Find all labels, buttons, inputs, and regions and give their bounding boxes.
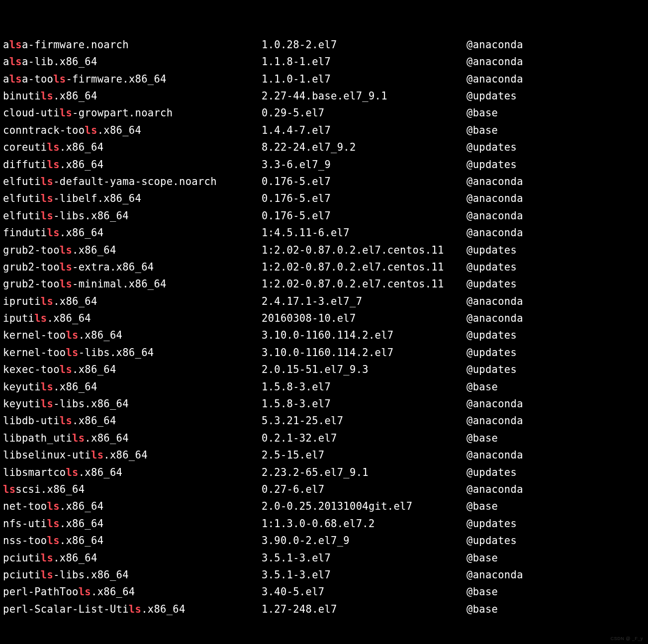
package-version: 2.27-44.base.el7_9.1: [262, 88, 466, 104]
package-version: 2.0.15-51.el7_9.3: [262, 361, 466, 378]
package-row: perl-PathTools.x86_643.40-5.el7@base: [3, 583, 645, 600]
package-version: 1:1.3.0-0.68.el7.2: [262, 515, 466, 532]
package-version: 3.5.1-3.el7: [262, 566, 466, 583]
package-name: alsa-lib.x86_64: [3, 53, 262, 70]
package-name: net-tools.x86_64: [3, 498, 262, 515]
package-name: keyutils.x86_64: [3, 378, 262, 395]
package-row: cloud-utils-growpart.noarch0.29-5.el7@ba…: [3, 104, 645, 121]
package-repo: @base: [466, 104, 645, 121]
grep-match: ls: [53, 73, 66, 85]
package-version: 1:2.02-0.87.0.2.el7.centos.11: [262, 276, 466, 292]
package-name: elfutils-libs.x86_64: [3, 207, 262, 224]
grep-match: ls: [47, 227, 60, 239]
package-name: perl-PathTools.x86_64: [3, 583, 262, 600]
package-repo: @updates: [466, 515, 645, 532]
package-version: 1.4.4-7.el7: [262, 122, 466, 139]
package-repo: @updates: [466, 139, 645, 156]
grep-match: ls: [60, 415, 72, 427]
package-row: grub2-tools.x86_641:2.02-0.87.0.2.el7.ce…: [3, 242, 645, 259]
package-row: iputils.x86_6420160308-10.el7@anaconda: [3, 310, 645, 327]
package-repo: @base: [466, 498, 645, 515]
grep-match: ls: [91, 449, 103, 461]
package-name: kexec-tools.x86_64: [3, 361, 262, 378]
package-repo: @anaconda: [466, 293, 645, 310]
package-row: grub2-tools-extra.x86_641:2.02-0.87.0.2.…: [3, 259, 645, 276]
package-name: libselinux-utils.x86_64: [3, 447, 262, 463]
package-repo: @updates: [466, 88, 645, 104]
package-version: 3.10.0-1160.114.2.el7: [262, 327, 466, 344]
package-version: 8.22-24.el7_9.2: [262, 139, 466, 156]
package-row: keyutils-libs.x86_641.5.8-3.el7@anaconda: [3, 395, 645, 412]
package-row: kernel-tools-libs.x86_643.10.0-1160.114.…: [3, 344, 645, 361]
package-row: kexec-tools.x86_642.0.15-51.el7_9.3@upda…: [3, 361, 645, 378]
package-name: conntrack-tools.x86_64: [3, 122, 262, 139]
package-repo: @updates: [466, 327, 645, 344]
package-repo: @anaconda: [466, 207, 645, 224]
package-name: coreutils.x86_64: [3, 139, 262, 156]
package-row: pciutils-libs.x86_643.5.1-3.el7@anaconda: [3, 566, 645, 583]
package-row: coreutils.x86_648.22-24.el7_9.2@updates: [3, 139, 645, 156]
package-repo: @updates: [466, 344, 645, 361]
grep-match: ls: [60, 244, 72, 256]
package-row: kernel-tools.x86_643.10.0-1160.114.2.el7…: [3, 327, 645, 344]
package-name: perl-Scalar-List-Utils.x86_64: [3, 601, 262, 618]
package-version: 3.90.0-2.el7_9: [262, 532, 466, 549]
package-name: nss-tools.x86_64: [3, 532, 262, 549]
package-repo: @anaconda: [466, 447, 645, 463]
package-name: keyutils-libs.x86_64: [3, 395, 262, 412]
package-repo: @anaconda: [466, 190, 645, 207]
package-repo: @base: [466, 430, 645, 447]
package-repo: @updates: [466, 242, 645, 259]
package-name: findutils.x86_64: [3, 224, 262, 241]
package-version: 2.5-15.el7: [262, 447, 466, 463]
package-row: libpath_utils.x86_640.2.1-32.el7@base: [3, 430, 645, 447]
package-row: alsa-firmware.noarch1.0.28-2.el7@anacond…: [3, 36, 645, 53]
grep-match: ls: [60, 107, 72, 119]
package-name: nfs-utils.x86_64: [3, 515, 262, 532]
package-version: 1.5.8-3.el7: [262, 395, 466, 412]
terminal-output[interactable]: alsa-firmware.noarch1.0.28-2.el7@anacond…: [0, 0, 648, 644]
package-row: diffutils.x86_643.3-6.el7_9@updates: [3, 156, 645, 173]
package-repo: @updates: [466, 464, 645, 481]
package-name: alsa-firmware.noarch: [3, 36, 262, 53]
package-repo: @anaconda: [466, 53, 645, 70]
grep-match: ls: [41, 398, 53, 410]
package-name: diffutils.x86_64: [3, 156, 262, 173]
grep-match: ls: [66, 466, 78, 478]
package-repo: @base: [466, 122, 645, 139]
grep-match: ls: [60, 364, 72, 375]
package-row: elfutils-libelf.x86_640.176-5.el7@anacon…: [3, 190, 645, 207]
package-version: 2.0-0.25.20131004git.el7: [262, 498, 466, 515]
package-version: 0.27-6.el7: [262, 481, 466, 498]
package-version: 3.10.0-1160.114.2.el7: [262, 344, 466, 361]
grep-match: ls: [41, 569, 53, 581]
package-row: net-tools.x86_642.0-0.25.20131004git.el7…: [3, 498, 645, 515]
package-name: grub2-tools.x86_64: [3, 242, 262, 259]
package-name: grub2-tools-extra.x86_64: [3, 259, 262, 276]
grep-match: ls: [34, 312, 47, 324]
package-row: iprutils.x86_642.4.17.1-3.el7_7@anaconda: [3, 293, 645, 310]
grep-match: ls: [41, 192, 53, 204]
grep-match: ls: [79, 586, 91, 598]
package-repo: @anaconda: [466, 310, 645, 327]
package-name: pciutils-libs.x86_64: [3, 566, 262, 583]
watermark-text: CSDN @ _F_y: [611, 636, 643, 641]
package-row: alsa-lib.x86_641.1.8-1.el7@anaconda: [3, 53, 645, 70]
package-version: 3.3-6.el7_9: [262, 156, 466, 173]
grep-match: ls: [60, 261, 72, 273]
package-row: libdb-utils.x86_645.3.21-25.el7@anaconda: [3, 412, 645, 429]
grep-match: ls: [47, 518, 60, 530]
package-version: 0.176-5.el7: [262, 173, 466, 190]
package-name: iprutils.x86_64: [3, 293, 262, 310]
package-row: grub2-tools-minimal.x86_641:2.02-0.87.0.…: [3, 276, 645, 292]
package-repo: @anaconda: [466, 395, 645, 412]
grep-match: ls: [41, 90, 53, 102]
package-version: 1.5.8-3.el7: [262, 378, 466, 395]
package-row: findutils.x86_641:4.5.11-6.el7@anaconda: [3, 224, 645, 241]
package-row: perl-Scalar-List-Utils.x86_641.27-248.el…: [3, 601, 645, 618]
package-row: lsscsi.x86_640.27-6.el7@anaconda: [3, 481, 645, 498]
package-name: cloud-utils-growpart.noarch: [3, 104, 262, 121]
package-repo: @updates: [466, 532, 645, 549]
package-row: nfs-utils.x86_641:1.3.0-0.68.el7.2@updat…: [3, 515, 645, 532]
package-row: nss-tools.x86_643.90.0-2.el7_9@updates: [3, 532, 645, 549]
